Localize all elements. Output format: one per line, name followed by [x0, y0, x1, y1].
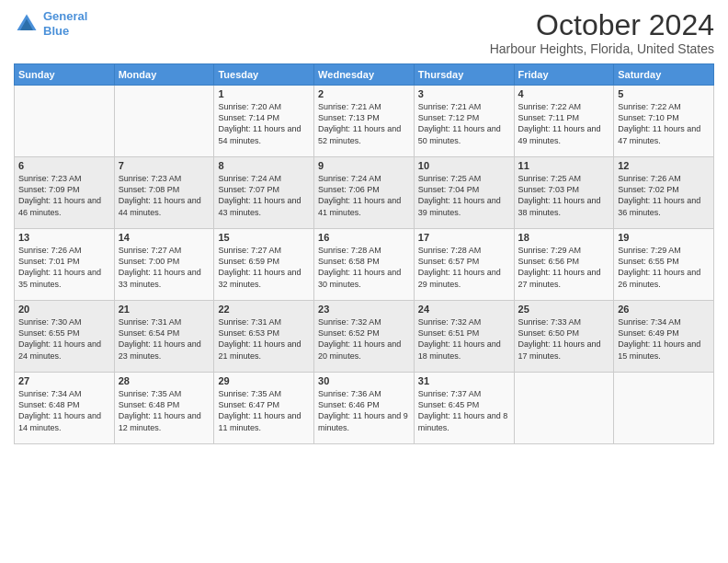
calendar-cell — [614, 373, 714, 444]
day-number: 16 — [318, 232, 410, 243]
page: General Blue October 2024 Harbour Height… — [0, 0, 728, 563]
day-number: 2 — [318, 88, 410, 99]
day-number: 12 — [618, 160, 710, 171]
day-info: Sunrise: 7:23 AM Sunset: 7:09 PM Dayligh… — [18, 173, 110, 218]
calendar-cell: 31Sunrise: 7:37 AM Sunset: 6:45 PM Dayli… — [414, 373, 514, 444]
calendar-cell: 17Sunrise: 7:28 AM Sunset: 6:57 PM Dayli… — [414, 229, 514, 301]
day-info: Sunrise: 7:24 AM Sunset: 7:06 PM Dayligh… — [318, 173, 410, 218]
day-number: 1 — [218, 88, 310, 99]
day-info: Sunrise: 7:27 AM Sunset: 6:59 PM Dayligh… — [218, 245, 310, 290]
col-header-tuesday: Tuesday — [214, 64, 314, 86]
day-info: Sunrise: 7:32 AM Sunset: 6:51 PM Dayligh… — [418, 316, 510, 362]
day-number: 24 — [418, 304, 510, 315]
day-number: 3 — [418, 88, 510, 99]
calendar-cell: 6Sunrise: 7:23 AM Sunset: 7:09 PM Daylig… — [15, 157, 115, 229]
day-number: 10 — [418, 160, 510, 171]
calendar-cell: 15Sunrise: 7:27 AM Sunset: 6:59 PM Dayli… — [214, 229, 314, 301]
calendar-cell: 9Sunrise: 7:24 AM Sunset: 7:06 PM Daylig… — [314, 157, 415, 229]
day-number: 14 — [119, 232, 210, 243]
day-info: Sunrise: 7:34 AM Sunset: 6:48 PM Dayligh… — [18, 388, 110, 433]
day-number: 18 — [518, 232, 610, 243]
calendar-cell: 12Sunrise: 7:26 AM Sunset: 7:02 PM Dayli… — [614, 157, 714, 229]
main-title: October 2024 — [490, 9, 714, 41]
calendar-cell: 4Sunrise: 7:22 AM Sunset: 7:11 PM Daylig… — [514, 86, 614, 157]
calendar-cell: 13Sunrise: 7:26 AM Sunset: 7:01 PM Dayli… — [15, 229, 115, 301]
week-row-3: 13Sunrise: 7:26 AM Sunset: 7:01 PM Dayli… — [15, 229, 714, 301]
day-info: Sunrise: 7:21 AM Sunset: 7:12 PM Dayligh… — [418, 101, 510, 146]
day-number: 25 — [518, 304, 610, 315]
day-info: Sunrise: 7:32 AM Sunset: 6:52 PM Dayligh… — [318, 316, 410, 362]
col-header-thursday: Thursday — [414, 64, 514, 86]
calendar-cell: 30Sunrise: 7:36 AM Sunset: 6:46 PM Dayli… — [314, 373, 415, 444]
calendar-cell: 24Sunrise: 7:32 AM Sunset: 6:51 PM Dayli… — [414, 301, 514, 373]
day-info: Sunrise: 7:36 AM Sunset: 6:46 PM Dayligh… — [318, 388, 410, 433]
day-info: Sunrise: 7:29 AM Sunset: 6:55 PM Dayligh… — [618, 245, 710, 290]
calendar-header: SundayMondayTuesdayWednesdayThursdayFrid… — [15, 64, 714, 86]
subtitle: Harbour Heights, Florida, United States — [490, 41, 714, 56]
calendar-cell: 23Sunrise: 7:32 AM Sunset: 6:52 PM Dayli… — [314, 301, 415, 373]
calendar-cell: 10Sunrise: 7:25 AM Sunset: 7:04 PM Dayli… — [414, 157, 514, 229]
day-number: 4 — [518, 88, 610, 99]
day-info: Sunrise: 7:28 AM Sunset: 6:57 PM Dayligh… — [418, 245, 510, 290]
header: General Blue October 2024 Harbour Height… — [14, 9, 714, 56]
day-number: 22 — [218, 304, 310, 315]
calendar-cell — [514, 373, 614, 444]
logo-icon — [14, 11, 40, 37]
calendar-cell: 5Sunrise: 7:22 AM Sunset: 7:10 PM Daylig… — [614, 86, 714, 157]
day-number: 5 — [618, 88, 710, 99]
calendar-cell: 8Sunrise: 7:24 AM Sunset: 7:07 PM Daylig… — [214, 157, 314, 229]
day-number: 15 — [218, 232, 310, 243]
logo-text: General Blue — [43, 9, 87, 38]
calendar-cell — [15, 86, 115, 157]
calendar-cell: 3Sunrise: 7:21 AM Sunset: 7:12 PM Daylig… — [414, 86, 514, 157]
day-info: Sunrise: 7:33 AM Sunset: 6:50 PM Dayligh… — [518, 316, 610, 362]
logo-line1: General — [43, 9, 87, 23]
calendar-cell: 29Sunrise: 7:35 AM Sunset: 6:47 PM Dayli… — [214, 373, 314, 444]
calendar-cell: 2Sunrise: 7:21 AM Sunset: 7:13 PM Daylig… — [314, 86, 415, 157]
calendar-cell: 21Sunrise: 7:31 AM Sunset: 6:54 PM Dayli… — [114, 301, 214, 373]
day-number: 9 — [318, 160, 410, 171]
logo-line2: Blue — [43, 24, 69, 38]
day-number: 21 — [119, 304, 210, 315]
calendar-cell: 28Sunrise: 7:35 AM Sunset: 6:48 PM Dayli… — [114, 373, 214, 444]
col-header-friday: Friday — [514, 64, 614, 86]
calendar-cell: 27Sunrise: 7:34 AM Sunset: 6:48 PM Dayli… — [15, 373, 115, 444]
day-number: 17 — [418, 232, 510, 243]
day-number: 20 — [18, 304, 110, 315]
day-info: Sunrise: 7:31 AM Sunset: 6:53 PM Dayligh… — [218, 316, 310, 362]
week-row-4: 20Sunrise: 7:30 AM Sunset: 6:55 PM Dayli… — [15, 301, 714, 373]
day-number: 26 — [618, 304, 710, 315]
day-info: Sunrise: 7:26 AM Sunset: 7:01 PM Dayligh… — [18, 245, 110, 290]
calendar-cell: 20Sunrise: 7:30 AM Sunset: 6:55 PM Dayli… — [15, 301, 115, 373]
week-row-5: 27Sunrise: 7:34 AM Sunset: 6:48 PM Dayli… — [15, 373, 714, 444]
calendar-cell: 7Sunrise: 7:23 AM Sunset: 7:08 PM Daylig… — [114, 157, 214, 229]
day-info: Sunrise: 7:20 AM Sunset: 7:14 PM Dayligh… — [218, 101, 310, 146]
day-info: Sunrise: 7:24 AM Sunset: 7:07 PM Dayligh… — [218, 173, 310, 218]
calendar-cell — [114, 86, 214, 157]
day-info: Sunrise: 7:34 AM Sunset: 6:49 PM Dayligh… — [618, 316, 710, 362]
calendar-cell: 18Sunrise: 7:29 AM Sunset: 6:56 PM Dayli… — [514, 229, 614, 301]
calendar-cell: 1Sunrise: 7:20 AM Sunset: 7:14 PM Daylig… — [214, 86, 314, 157]
day-info: Sunrise: 7:22 AM Sunset: 7:10 PM Dayligh… — [618, 101, 710, 146]
day-number: 6 — [18, 160, 110, 171]
logo: General Blue — [14, 9, 87, 38]
calendar-table: SundayMondayTuesdayWednesdayThursdayFrid… — [14, 63, 714, 444]
day-number: 30 — [318, 375, 410, 386]
day-info: Sunrise: 7:28 AM Sunset: 6:58 PM Dayligh… — [318, 245, 410, 290]
day-info: Sunrise: 7:23 AM Sunset: 7:08 PM Dayligh… — [119, 173, 210, 218]
week-row-1: 1Sunrise: 7:20 AM Sunset: 7:14 PM Daylig… — [15, 86, 714, 157]
calendar-cell: 19Sunrise: 7:29 AM Sunset: 6:55 PM Dayli… — [614, 229, 714, 301]
col-header-saturday: Saturday — [614, 64, 714, 86]
calendar-cell: 14Sunrise: 7:27 AM Sunset: 7:00 PM Dayli… — [114, 229, 214, 301]
day-info: Sunrise: 7:25 AM Sunset: 7:03 PM Dayligh… — [518, 173, 610, 218]
day-info: Sunrise: 7:25 AM Sunset: 7:04 PM Dayligh… — [418, 173, 510, 218]
day-number: 28 — [119, 375, 210, 386]
col-header-sunday: Sunday — [15, 64, 115, 86]
day-info: Sunrise: 7:30 AM Sunset: 6:55 PM Dayligh… — [18, 316, 110, 362]
day-number: 13 — [18, 232, 110, 243]
calendar-cell: 26Sunrise: 7:34 AM Sunset: 6:49 PM Dayli… — [614, 301, 714, 373]
day-number: 29 — [218, 375, 310, 386]
day-number: 31 — [418, 375, 510, 386]
day-info: Sunrise: 7:31 AM Sunset: 6:54 PM Dayligh… — [119, 316, 210, 362]
col-header-monday: Monday — [114, 64, 214, 86]
